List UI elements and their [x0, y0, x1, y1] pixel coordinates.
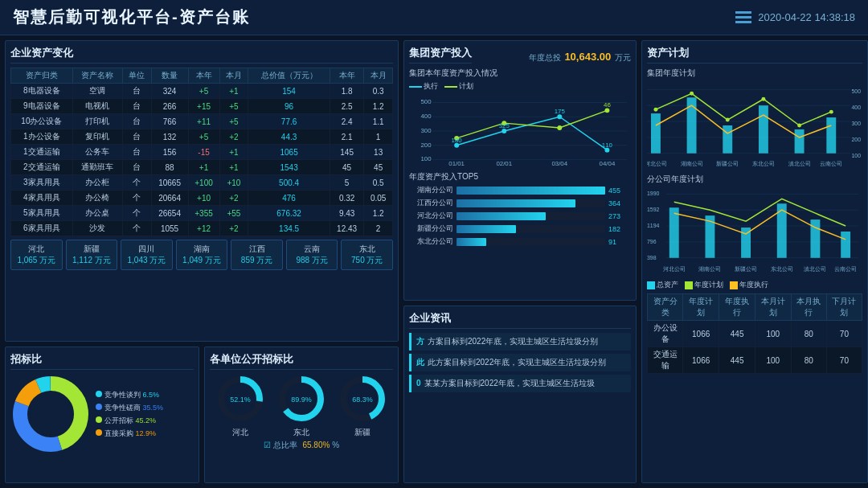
table-cell: +1 [219, 84, 248, 99]
table-cell: 10办公设备 [11, 114, 73, 129]
table-cell: +5 [219, 99, 248, 114]
th-unit: 单位 [122, 68, 151, 84]
top5-label: 湖南分公司 [409, 185, 453, 195]
table-cell: +100 [188, 175, 219, 191]
top5-bars: 湖南分公司 455 江西分公司 364 河北分公司 273 新疆分公司 182 … [409, 185, 631, 247]
table-cell: 0.5 [364, 175, 393, 191]
svg-text:100: 100 [420, 155, 432, 162]
top5-title: 年度资产投入TOP5 [409, 171, 631, 182]
table-cell: 45 [364, 160, 393, 175]
th-next-month: 下月计划 [826, 294, 862, 321]
table-cell: 1办公设备 [11, 129, 73, 145]
table-cell: +10 [188, 191, 219, 206]
chart-subtitle: 集团本年度资产投入情况 [409, 68, 631, 79]
table-cell: 266 [151, 99, 188, 114]
plan-cell: 445 [719, 347, 755, 374]
table-cell: 26654 [151, 206, 188, 221]
table-cell: -15 [188, 145, 219, 160]
table-cell: 154 [248, 84, 330, 99]
svg-text:1194: 1194 [647, 223, 660, 228]
table-cell: +12 [188, 221, 219, 236]
table-cell: 2交通运输 [11, 160, 73, 175]
public-bid-panel: 各单位公开招标比 52.1% 河北 [204, 347, 399, 483]
page-title: 智慧后勤可视化平台-资产台账 [13, 6, 250, 28]
top5-fill [457, 238, 486, 246]
svg-point-64 [653, 108, 657, 112]
svg-text:500: 500 [420, 98, 432, 105]
plan-cell: 1066 [683, 347, 719, 374]
region-button[interactable]: 新疆1,112 万元 [66, 240, 118, 270]
table-cell: 1.1 [364, 114, 393, 129]
svg-rect-63 [826, 117, 836, 154]
chart-legend: 执行 计划 [409, 81, 631, 92]
table-cell: 台 [122, 160, 151, 175]
region-button[interactable]: 东北750 万元 [341, 240, 393, 270]
th-month: 本月 [219, 68, 248, 84]
table-cell: +15 [188, 99, 219, 114]
top5-label: 江西分公司 [409, 198, 453, 208]
group-asset-title: 集团资产投入 [409, 46, 472, 64]
table-cell: 个 [122, 175, 151, 191]
table-cell: 通勤班车 [72, 160, 122, 175]
svg-text:400: 400 [851, 105, 861, 110]
bottom-left: 招标比 [5, 347, 399, 483]
plan-table: 资产分类 年度计划 年度执行 本月计划 本月执行 下月计划 办公设备106644… [647, 293, 862, 374]
region-button[interactable]: 四川1,043 万元 [121, 240, 173, 270]
svg-text:新疆公司: 新疆公司 [735, 266, 757, 272]
top5-label: 河北分公司 [409, 211, 453, 221]
th-qty: 数量 [151, 68, 188, 84]
news-text: 此方案目标到2022年底，实现主城区生活垃圾分别 [428, 358, 606, 367]
table-cell: 0.3 [364, 84, 393, 99]
top5-value: 91 [608, 238, 631, 246]
svg-text:02/01: 02/01 [496, 160, 512, 166]
plan-cell: 445 [719, 321, 755, 347]
plan-cell: 80 [791, 347, 826, 374]
th-name: 资产名称 [72, 68, 122, 84]
table-cell: +1 [219, 145, 248, 160]
th-asset-type: 资产分类 [648, 294, 683, 321]
svg-text:新疆公司: 新疆公司 [716, 161, 739, 166]
region-button[interactable]: 河北1,065 万元 [10, 240, 63, 270]
company-plan-title: 分公司年度计划 [647, 174, 862, 185]
th-year2: 本年 [330, 68, 363, 84]
top5-fill [457, 199, 575, 207]
donut-hebei: 52.1% 河北 [215, 374, 265, 438]
svg-text:200: 200 [420, 141, 432, 149]
top5-value: 273 [608, 212, 631, 220]
svg-text:云南公司: 云南公司 [820, 161, 842, 166]
region-button[interactable]: 云南988 万元 [286, 240, 338, 270]
svg-text:03/04: 03/04 [551, 160, 567, 166]
th-year: 本年 [188, 68, 219, 84]
region-button[interactable]: 湖南1,049 万元 [176, 240, 228, 270]
top5-bar-row: 河北分公司 273 [409, 211, 631, 221]
table-cell: 8电器设备 [11, 84, 73, 99]
news-text: 方案目标到2022年底，实现主城区生活垃圾分别 [428, 337, 598, 346]
pie-legend: 竞争性谈判 6.5% 竞争性磋商 35.5% 公开招标 45.2% 直接采购 1… [96, 388, 163, 441]
company-plan-chart: 1990 1592 1194 796 398 [647, 187, 862, 276]
table-cell: 2.5 [330, 99, 363, 114]
top5-fill [457, 187, 605, 195]
svg-text:滇北公司: 滇北公司 [788, 161, 811, 167]
svg-point-69 [829, 110, 833, 114]
plan-cell: 办公设备 [648, 321, 683, 347]
top5-bar-row: 新疆分公司 182 [409, 223, 631, 234]
svg-text:100: 100 [851, 153, 861, 158]
svg-rect-91 [841, 232, 850, 258]
top5-track [457, 225, 605, 233]
svg-rect-60 [723, 125, 732, 154]
table-cell: 3家具用具 [11, 175, 73, 191]
svg-text:52.1%: 52.1% [230, 396, 251, 404]
top5-track [457, 212, 605, 220]
table-cell: +355 [188, 206, 219, 221]
table-cell: 134.5 [248, 221, 330, 236]
group-asset-panel: 集团资产投入 年度总投 10,643.00 万元 集团本年度资产投入情况 执行 … [403, 40, 637, 301]
svg-text:湖南公司: 湖南公司 [681, 161, 703, 166]
group-asset-header: 集团资产投入 年度总投 10,643.00 万元 [409, 46, 631, 68]
top5-bar-row: 江西分公司 364 [409, 198, 631, 208]
th-year-exec: 年度执行 [719, 294, 755, 321]
region-button[interactable]: 江西859 万元 [231, 240, 283, 270]
table-cell: 打印机 [72, 114, 122, 129]
plan-cell: 70 [826, 347, 862, 374]
table-cell: 9.43 [330, 206, 363, 221]
table-cell: 0.05 [364, 191, 393, 206]
